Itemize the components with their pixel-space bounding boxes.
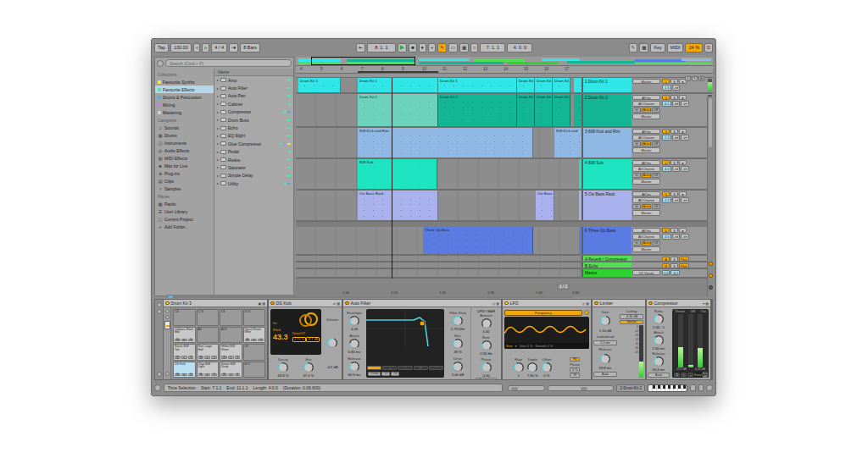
mixer-control[interactable]: ● (679, 95, 687, 100)
show-devices-icon[interactable] (157, 302, 162, 307)
device-list-item[interactable]: ▸ Saturator (214, 163, 293, 171)
track-lane[interactable]: Drum Kit 2 Drum Kit 2 Drum Kit Drum Kit … (296, 94, 583, 126)
routing-chooser[interactable]: All Ins (632, 228, 660, 233)
pad-mute-button[interactable]: M (198, 356, 204, 359)
device-activator-icon[interactable] (165, 301, 170, 306)
nudge-up-button[interactable]: ▹ (202, 43, 209, 52)
clip[interactable]: Three Op Bass (423, 227, 533, 254)
mixer-control[interactable]: S (670, 257, 678, 261)
pad-mute-button[interactable]: M (221, 373, 227, 377)
circuit-option[interactable]: Clean (368, 372, 381, 377)
pad-solo-button[interactable]: S (188, 339, 194, 342)
knob[interactable] (542, 362, 552, 373)
disclosure-triangle-icon[interactable]: ▸ (217, 78, 219, 82)
pad-solo-button[interactable]: S (258, 339, 264, 342)
browser-toggle-icon[interactable] (157, 60, 164, 67)
play-button[interactable]: ▶ (398, 43, 407, 52)
stop-button[interactable]: ■ (409, 43, 416, 52)
overview-viewport[interactable] (311, 57, 415, 65)
device-activator-icon[interactable] (648, 301, 653, 306)
routing-chooser[interactable]: All Ins (632, 95, 660, 100)
pad-solo-button[interactable]: S (211, 339, 217, 342)
loop-button[interactable]: ○ (470, 43, 478, 52)
mixer-control[interactable]: -6.1 (670, 270, 680, 275)
category-item[interactable]: ▧ MIDI Effects (155, 154, 214, 162)
metronome-button[interactable]: ◦● (229, 43, 238, 52)
mixer-value[interactable]: -inf (681, 135, 688, 140)
save-preset-icon[interactable]: ▦ (586, 301, 589, 306)
routing-chooser[interactable]: All Channe (632, 197, 660, 202)
mixer-control[interactable]: S (670, 191, 678, 196)
knob[interactable] (303, 362, 314, 373)
knob[interactable] (527, 362, 537, 373)
phase-value[interactable]: 0 % (570, 367, 580, 373)
meter-column[interactable]: -0.20 dB (694, 314, 705, 372)
mixer-control[interactable]: 0.0 (662, 270, 670, 275)
routing-chooser[interactable]: All Channe (632, 166, 660, 171)
help-icon[interactable] (706, 384, 713, 391)
clip[interactable]: Osi Bass R (536, 191, 554, 220)
routing-chooser[interactable]: Master (632, 179, 660, 184)
pad-mute-button[interactable]: M (221, 339, 227, 342)
zoom-slider[interactable] (508, 385, 545, 391)
mixer-value[interactable]: -inf (681, 234, 688, 239)
category-item[interactable]: ◎ Audio Effects (155, 146, 214, 154)
fold-tracks-icon[interactable] (709, 285, 714, 290)
mixer-value[interactable]: -6.1 (662, 101, 671, 106)
clip[interactable] (574, 78, 583, 92)
track-header[interactable]: B Echo BSPost (583, 262, 713, 268)
auto-release-button[interactable]: Auto (648, 373, 670, 378)
morph-filter-icon[interactable]: ≀ (429, 366, 443, 370)
meter-column[interactable]: -25.1 dB (676, 314, 687, 372)
track-header[interactable]: 4 808 Sub All Ins (583, 159, 713, 189)
track-name-block[interactable]: Master (583, 269, 632, 277)
routing-chooser[interactable]: Off (652, 173, 660, 178)
mixer-value[interactable]: -inf (672, 197, 680, 202)
device-list-item[interactable]: ▸ Amp (214, 76, 293, 84)
category-item[interactable]: ▤ Clips (155, 177, 214, 185)
collection-item[interactable]: Favourite Synths (155, 78, 214, 86)
pad-solo-button[interactable]: S (258, 321, 264, 324)
clip[interactable]: Drum Kit (517, 78, 535, 92)
track-lane[interactable]: 808 Kick and Rim 808 Kick and (296, 128, 583, 157)
knob[interactable] (654, 335, 664, 345)
pad-solo-button[interactable]: S (235, 356, 241, 359)
wave-shape-label[interactable]: Sine (506, 345, 513, 348)
lock-envelopes-icon[interactable]: ◎ (685, 76, 691, 81)
knob[interactable] (481, 362, 492, 373)
collection-item[interactable]: Mixing (155, 101, 214, 108)
pad-mute-button[interactable]: M (198, 373, 204, 377)
gain-knob[interactable] (600, 316, 610, 326)
loop-brace[interactable] (358, 71, 438, 73)
pad-preview-button[interactable]: ▸ (251, 339, 257, 342)
routing-chooser[interactable]: Off (652, 204, 660, 209)
knob[interactable] (453, 362, 463, 372)
jitter-value[interactable]: Jitter 0 % (520, 345, 533, 348)
hotswap-icon[interactable]: ⇄ (333, 301, 336, 306)
sidechain-toggle-icon[interactable]: ▾ (703, 301, 704, 306)
mixer-value[interactable]: -inf (681, 166, 688, 171)
disclosure-triangle-icon[interactable]: ▸ (217, 157, 219, 162)
mixer-value[interactable]: -1.3 (662, 135, 671, 140)
right-scroll-rail[interactable] (707, 97, 713, 296)
pad-preview-button[interactable]: ▸ (251, 321, 257, 324)
add-automation-lane-icon[interactable] (709, 262, 714, 267)
notch-filter-icon[interactable]: ∪ (414, 366, 428, 370)
map-icon[interactable]: ◎ (582, 301, 586, 306)
routing-chooser[interactable]: Master (632, 113, 660, 119)
track-header[interactable]: 5 Osi Bass Rack All Ins (583, 191, 713, 220)
track-lane[interactable]: Three Op Bass (296, 227, 583, 254)
tap-tempo-button[interactable]: Tap (154, 43, 169, 52)
meter-column[interactable] (687, 314, 694, 372)
clip[interactable]: Drum Kit 1 (438, 78, 517, 92)
device-list-item[interactable]: ▸ Glue Compressor (214, 140, 293, 147)
pad-preview-button[interactable]: ▸ (228, 339, 234, 342)
save-preset-icon[interactable]: ▦ (705, 301, 709, 306)
disclosure-triangle-icon[interactable]: ▸ (217, 102, 219, 106)
clip[interactable] (574, 94, 583, 126)
selected-clip-chip[interactable]: 2 Drum Kit 2 (616, 384, 645, 392)
time-signature-field[interactable]: 4 / 4 (211, 43, 227, 52)
pad-preview-button[interactable]: ▸ (228, 373, 234, 377)
routing-chooser[interactable]: Auto (642, 141, 650, 146)
pad-mute-button[interactable]: M (198, 339, 204, 342)
